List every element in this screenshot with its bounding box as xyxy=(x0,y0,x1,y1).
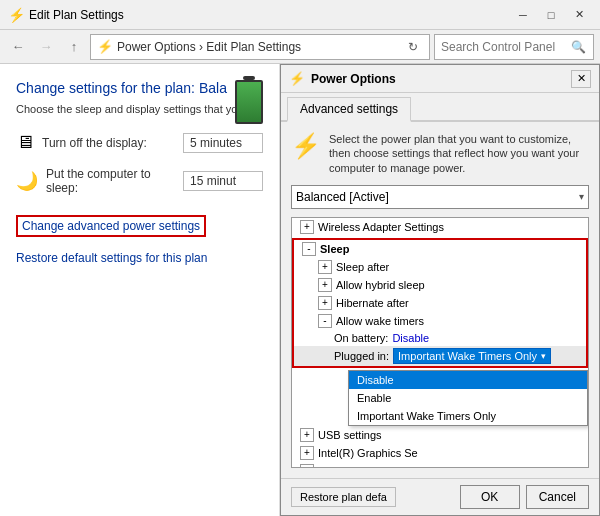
option-disable-label: Disable xyxy=(357,374,394,386)
sleep-label: Put the computer to sleep: xyxy=(46,167,183,195)
dialog-title: Power Options xyxy=(311,72,571,86)
tree-item-wireless[interactable]: + Wireless Adapter Settings xyxy=(292,218,588,236)
tree-item-on-battery: On battery: Disable xyxy=(294,330,586,346)
plugged-in-label: Plugged in: xyxy=(334,350,389,362)
ok-button[interactable]: OK xyxy=(460,485,520,509)
wireless-label: Wireless Adapter Settings xyxy=(318,221,444,233)
on-battery-label: On battery: xyxy=(334,332,388,344)
monitor-icon: 🖥 xyxy=(16,132,34,153)
plan-dropdown[interactable]: Balanced [Active] ▾ xyxy=(291,185,589,209)
left-panel: Change settings for the plan: Bala Choos… xyxy=(0,64,280,516)
option-important-label: Important Wake Timers Only xyxy=(357,410,496,422)
window-icon: ⚡ xyxy=(8,7,25,23)
option-enable-label: Enable xyxy=(357,392,391,404)
display-value: 5 minutes xyxy=(183,133,263,153)
expand-hybrid-sleep-icon[interactable]: + xyxy=(318,278,332,292)
expand-usb-icon[interactable]: + xyxy=(300,428,314,442)
expand-wireless-icon[interactable]: + xyxy=(300,220,314,234)
display-setting-row: 🖥 Turn off the display: 5 minutes xyxy=(16,132,263,153)
power-buttons-label: Power buttons and xyxy=(318,465,410,468)
sleep-after-label: Sleep after xyxy=(336,261,389,273)
advanced-settings-link[interactable]: Change advanced power settings xyxy=(16,215,206,237)
window-title: Edit Plan Settings xyxy=(29,8,510,22)
dialog-icon: ⚡ xyxy=(289,71,305,86)
address-path: Power Options › Edit Plan Settings xyxy=(117,40,403,54)
ok-cancel-buttons: OK Cancel xyxy=(460,485,589,509)
hibernate-label: Hibernate after xyxy=(336,297,409,309)
search-button[interactable]: 🔍 xyxy=(569,37,587,57)
description-text: Select the power plan that you want to c… xyxy=(329,132,589,175)
refresh-button[interactable]: ↻ xyxy=(403,37,423,57)
plugged-in-dropdown[interactable]: Important Wake Timers Only ▾ xyxy=(393,348,551,364)
dropdown-popup: Disable Enable Important Wake Timers Onl… xyxy=(348,370,588,426)
forward-button[interactable]: → xyxy=(34,35,58,59)
display-label: Turn off the display: xyxy=(42,136,183,150)
dialog-tabs: Advanced settings xyxy=(281,93,599,122)
expand-intel-icon[interactable]: + xyxy=(300,446,314,460)
main-content: Change settings for the plan: Bala Choos… xyxy=(0,64,600,516)
restore-defaults-link[interactable]: Restore default settings for this plan xyxy=(16,251,207,265)
tree-item-power-buttons[interactable]: + Power buttons and xyxy=(292,462,588,468)
restore-plan-button[interactable]: Restore plan defa xyxy=(291,487,396,507)
dropdown-option-important[interactable]: Important Wake Timers Only xyxy=(349,407,587,425)
expand-wake-timers-icon[interactable]: - xyxy=(318,314,332,328)
tree-item-sleep[interactable]: - Sleep xyxy=(294,240,586,258)
tab-advanced-settings[interactable]: Advanced settings xyxy=(287,97,411,122)
wake-timers-label: Allow wake timers xyxy=(336,315,424,327)
plan-dropdown-value: Balanced [Active] xyxy=(296,190,389,204)
back-button[interactable]: ← xyxy=(6,35,30,59)
settings-tree[interactable]: + Wireless Adapter Settings - Sleep + Sl… xyxy=(291,217,589,468)
moon-icon: 🌙 xyxy=(16,170,38,192)
chevron-down-icon: ▾ xyxy=(579,191,584,202)
dropdown-option-enable[interactable]: Enable xyxy=(349,389,587,407)
title-bar: ⚡ Edit Plan Settings ─ □ ✕ xyxy=(0,0,600,30)
search-box[interactable]: 🔍 xyxy=(434,34,594,60)
plugged-in-value: Important Wake Timers Only xyxy=(398,350,537,362)
hybrid-sleep-label: Allow hybrid sleep xyxy=(336,279,425,291)
tree-item-wake-timers[interactable]: - Allow wake timers xyxy=(294,312,586,330)
expand-sleep-after-icon[interactable]: + xyxy=(318,260,332,274)
dropdown-arrow-icon: ▾ xyxy=(541,351,546,361)
tree-item-hibernate[interactable]: + Hibernate after xyxy=(294,294,586,312)
tree-item-usb[interactable]: + USB settings xyxy=(292,426,588,444)
address-box[interactable]: ⚡ Power Options › Edit Plan Settings ↻ xyxy=(90,34,430,60)
cancel-button[interactable]: Cancel xyxy=(526,485,589,509)
plan-subtitle: Choose the sleep and display settings th… xyxy=(16,102,263,116)
path-icon: ⚡ xyxy=(97,39,113,54)
address-bar: ← → ↑ ⚡ Power Options › Edit Plan Settin… xyxy=(0,30,600,64)
dialog-close-button[interactable]: ✕ xyxy=(571,70,591,88)
power-options-icon: ⚡ xyxy=(291,132,321,160)
intel-label: Intel(R) Graphics Se xyxy=(318,447,418,459)
battery-icon xyxy=(235,80,263,124)
maximize-button[interactable]: □ xyxy=(538,5,564,25)
minimize-button[interactable]: ─ xyxy=(510,5,536,25)
dialog-description: ⚡ Select the power plan that you want to… xyxy=(291,132,589,175)
search-input[interactable] xyxy=(441,40,569,54)
expand-sleep-icon[interactable]: - xyxy=(302,242,316,256)
sleep-value: 15 minut xyxy=(183,171,263,191)
tree-item-sleep-after[interactable]: + Sleep after xyxy=(294,258,586,276)
power-options-dialog: ⚡ Power Options ✕ Advanced settings ⚡ Se… xyxy=(280,64,600,516)
usb-label: USB settings xyxy=(318,429,382,441)
sleep-section: - Sleep + Sleep after + Allow hybrid sle… xyxy=(292,238,588,368)
close-button[interactable]: ✕ xyxy=(566,5,592,25)
plan-title: Change settings for the plan: Bala xyxy=(16,80,263,96)
dropdown-option-disable[interactable]: Disable xyxy=(349,371,587,389)
tree-item-hybrid-sleep[interactable]: + Allow hybrid sleep xyxy=(294,276,586,294)
dialog-footer: Restore plan defa OK Cancel xyxy=(281,478,599,515)
dialog-title-bar: ⚡ Power Options ✕ xyxy=(281,65,599,93)
up-button[interactable]: ↑ xyxy=(62,35,86,59)
tree-item-plugged-in[interactable]: Plugged in: Important Wake Timers Only ▾ xyxy=(294,346,586,366)
sleep-setting-row: 🌙 Put the computer to sleep: 15 minut xyxy=(16,167,263,195)
dialog-body: ⚡ Select the power plan that you want to… xyxy=(281,122,599,478)
window-controls: ─ □ ✕ xyxy=(510,5,592,25)
on-battery-value: Disable xyxy=(392,332,429,344)
battery-icon-area xyxy=(235,80,263,124)
expand-power-buttons-icon[interactable]: + xyxy=(300,464,314,468)
tree-item-intel[interactable]: + Intel(R) Graphics Se xyxy=(292,444,588,462)
sleep-label-tree: Sleep xyxy=(320,243,349,255)
expand-hibernate-icon[interactable]: + xyxy=(318,296,332,310)
